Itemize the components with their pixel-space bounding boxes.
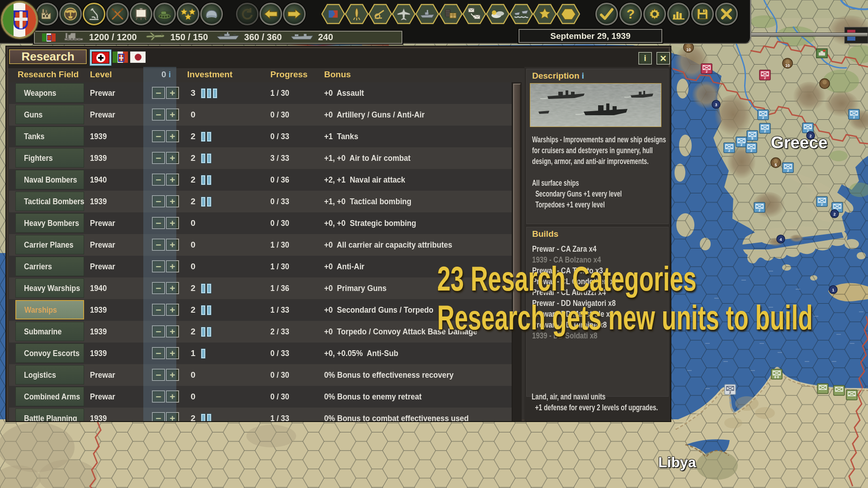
toolbar-transfer-icon[interactable] (462, 4, 486, 24)
toolbar-weather-icon[interactable] (486, 4, 509, 24)
increase-investment-button[interactable]: + (166, 195, 179, 207)
unit-counter[interactable] (817, 384, 828, 394)
field-name[interactable]: Guns (15, 105, 84, 124)
toolbar-close-icon[interactable] (715, 3, 738, 25)
unit-counter[interactable] (846, 390, 857, 400)
decrease-investment-button[interactable]: − (152, 217, 165, 229)
unit-counter[interactable]: 10 (783, 58, 793, 68)
unit-counter[interactable]: 2 (701, 64, 712, 74)
unit-counter[interactable]: 2 (754, 202, 765, 212)
field-name[interactable]: Combined Arms (15, 387, 84, 406)
unit-counter[interactable]: 2 (736, 137, 747, 147)
toolbar-arrow-right-icon[interactable] (283, 3, 306, 25)
toolbar-warship-icon[interactable] (415, 4, 439, 24)
increase-investment-button[interactable]: + (166, 174, 179, 186)
toolbar-supply-icon[interactable] (439, 4, 462, 24)
tab-italy-flag[interactable] (113, 52, 128, 63)
toolbar-confirm-icon[interactable] (595, 3, 618, 25)
increase-investment-button[interactable]: + (166, 369, 179, 381)
increase-investment-button[interactable]: + (166, 108, 179, 121)
unit-counter[interactable]: 3 (712, 100, 720, 108)
field-name[interactable]: Submarine (15, 322, 84, 341)
unit-counter[interactable]: 5 (771, 158, 781, 168)
unit-counter[interactable]: 2 (760, 123, 770, 133)
toolbar-crossed-rifles-icon[interactable] (106, 3, 129, 25)
decrease-investment-button[interactable]: − (152, 174, 165, 186)
decrease-investment-button[interactable]: − (152, 239, 165, 251)
increase-investment-button[interactable]: + (166, 347, 179, 359)
field-name[interactable]: Tanks (15, 127, 84, 146)
increase-investment-button[interactable]: + (166, 130, 179, 142)
unit-counter[interactable]: 8 6 (771, 369, 782, 379)
field-name[interactable]: Naval Bombers (15, 170, 84, 189)
toolbar-bomb-icon[interactable] (345, 4, 368, 24)
toolbar-research-icon[interactable] (83, 3, 105, 25)
toolbar-aircraft-icon[interactable] (392, 4, 415, 24)
field-name[interactable]: Carrier Planes (15, 235, 84, 254)
unit-counter[interactable]: 2 (724, 143, 735, 153)
decrease-investment-button[interactable]: − (152, 347, 165, 359)
decrease-investment-button[interactable]: − (152, 325, 165, 338)
toolbar-convoy-icon[interactable] (509, 4, 533, 24)
decrease-investment-button[interactable]: − (152, 282, 165, 294)
unit-counter[interactable]: 10 (684, 42, 693, 52)
toolbar-arrow-left-icon[interactable] (259, 3, 282, 25)
increase-investment-button[interactable]: + (166, 239, 179, 251)
unit-counter[interactable] (834, 385, 844, 395)
toolbar-settings-icon[interactable] (643, 3, 666, 25)
toolbar-hexagon-icon[interactable] (557, 4, 580, 24)
field-name[interactable]: Heavy Warships (15, 278, 84, 298)
tab-germany-flag[interactable] (90, 49, 112, 66)
decrease-investment-button[interactable]: − (152, 260, 165, 272)
unit-counter[interactable] (816, 49, 827, 58)
decrease-investment-button[interactable]: − (152, 87, 165, 99)
field-name[interactable]: Heavy Bombers (15, 213, 84, 233)
decrease-investment-button[interactable]: − (152, 130, 165, 142)
unit-counter[interactable]: 5 (747, 131, 758, 141)
decrease-investment-button[interactable]: − (152, 195, 165, 207)
toolbar-stars-icon[interactable] (177, 3, 199, 25)
toolbar-eagle-icon[interactable] (59, 3, 82, 25)
field-name[interactable]: Battle Planning (15, 408, 84, 421)
nation-emblem-italy[interactable] (1, 1, 38, 39)
toolbar-help-icon[interactable]: ? (619, 3, 642, 25)
field-name[interactable]: Logistics (15, 365, 84, 385)
toolbar-artillery-icon[interactable] (368, 4, 392, 24)
decrease-investment-button[interactable]: − (152, 108, 165, 121)
unit-counter[interactable]: 2 (758, 110, 769, 120)
toolbar-statistics-icon[interactable] (667, 3, 690, 25)
field-name[interactable]: Tactical Bombers (15, 192, 84, 211)
close-button[interactable]: ✕ (656, 52, 670, 65)
increase-investment-button[interactable]: + (166, 390, 179, 403)
decrease-investment-button[interactable]: − (152, 304, 165, 316)
toolbar-factory-icon[interactable] (36, 3, 58, 25)
unit-counter[interactable] (820, 79, 830, 89)
increase-investment-button[interactable]: + (166, 260, 179, 272)
unit-counter[interactable]: 2 (830, 210, 839, 218)
increase-investment-button[interactable]: + (166, 304, 179, 316)
toolbar-undo-icon[interactable] (236, 3, 259, 25)
tab-japan-flag[interactable] (130, 52, 146, 63)
toolbar-helmet-icon[interactable] (200, 3, 223, 25)
toolbar-territory-icon[interactable] (321, 4, 345, 24)
unit-counter[interactable]: 4 (777, 235, 785, 243)
toolbar-tank-icon[interactable] (153, 3, 176, 25)
increase-investment-button[interactable]: + (166, 282, 179, 294)
unit-counter[interactable]: 2 (816, 197, 827, 206)
unit-counter[interactable]: 2 (783, 163, 793, 173)
field-name[interactable]: Weapons (15, 83, 84, 103)
field-name[interactable]: Fighters (15, 148, 84, 168)
toolbar-briefing-board-icon[interactable] (130, 3, 152, 25)
field-name[interactable]: Carriers (15, 257, 84, 276)
unit-counter[interactable]: 2 (746, 143, 757, 153)
increase-investment-button[interactable]: + (166, 87, 179, 99)
field-name[interactable]: Convoy Escorts (15, 343, 84, 363)
decrease-investment-button[interactable]: − (152, 152, 165, 164)
increase-investment-button[interactable]: + (166, 152, 179, 164)
increase-investment-button[interactable]: + (166, 325, 179, 338)
increase-investment-button[interactable]: + (166, 217, 179, 229)
field-name[interactable]: Warships (15, 300, 84, 319)
table-scrollbar[interactable] (512, 82, 522, 421)
decrease-investment-button[interactable]: − (152, 412, 165, 421)
toolbar-star-icon[interactable] (533, 4, 557, 24)
